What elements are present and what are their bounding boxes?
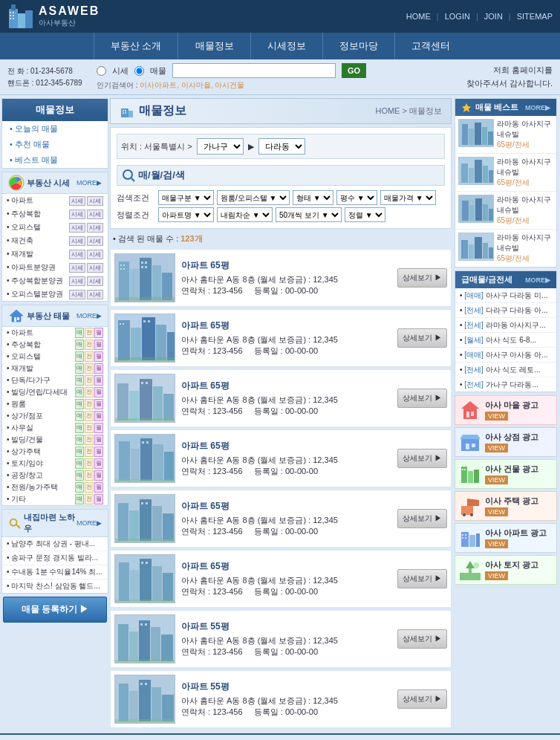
property-item-7: 아파트 55평 아사 홈타운 A동 8층 (월세 보증금) : 12,345 연… (110, 610, 452, 668)
trade-item-1[interactable]: • 아파트매전월 (2, 327, 108, 339)
trade-item-4[interactable]: • 재개발매전월 (2, 363, 108, 374)
notice-item-4[interactable]: • 마지막 찬스! 삼암동 핼드... (2, 580, 108, 593)
best-item-1[interactable]: 라마동 아사지구 내슈빌 65평/전세 (455, 116, 556, 154)
filter-select-price[interactable]: 매물가격 ▼ (380, 190, 436, 205)
nav-item-4[interactable]: 정보마당 (323, 33, 395, 59)
nav-home[interactable]: HOME (406, 12, 431, 21)
ad-box-4[interactable]: 이사 주택 광고 VIEW (455, 491, 557, 521)
filter-select-category[interactable]: 원룸/오피스텔 ▼ (217, 190, 290, 205)
price-item-4[interactable]: • 재건축 시세 시세 (2, 234, 108, 247)
ad-view-4[interactable]: VIEW (485, 507, 508, 516)
price-item-1[interactable]: • 아파트 시세 시세 (2, 194, 108, 207)
property-title-5: 아파트 65평 (181, 500, 391, 513)
filter-label-1: 검색조건 (117, 192, 155, 204)
nav-item-5[interactable]: 고객센터 (395, 33, 466, 59)
ad-view-2[interactable]: VIEW (485, 444, 508, 452)
detail-button-7[interactable]: 상세보기 ▶ (397, 629, 447, 649)
ad-view-6[interactable]: VIEW (485, 571, 508, 580)
trade-item-6[interactable]: • 빌딩/연립/다세대매전월 (2, 386, 108, 398)
news-item-2[interactable]: • [전세] 다라구 다라동 아... (455, 303, 556, 318)
trade-item-14[interactable]: • 전원/농가주택매전월 (2, 481, 108, 493)
price-item-6[interactable]: • 아파트분양권 시세 시세 (2, 261, 108, 274)
best-item-4[interactable]: 라마동 아사지구 내슈빌 65평/전세 (455, 230, 556, 267)
trade-item-8[interactable]: • 상가/점포매전월 (2, 410, 108, 422)
filter-select-size[interactable]: 평수 ▼ (336, 190, 377, 205)
news-item-4[interactable]: • [월세] 아사 식도 6-8... (455, 333, 556, 348)
ad-view-1[interactable]: VIEW (485, 412, 508, 421)
price-item-7[interactable]: • 주상복합분양권 시세 시세 (2, 274, 108, 288)
nav-join[interactable]: JOIN (484, 12, 503, 21)
sidebar-maemul-item-2[interactable]: • 추천 매물 (2, 137, 108, 152)
filter-sort-dir[interactable]: 내림차순 ▼ (217, 207, 273, 222)
trade-item-15[interactable]: • 기타매전월 (2, 493, 108, 505)
news-item-7[interactable]: • [전세] 가나구 다라동... (455, 377, 556, 392)
trade-item-2[interactable]: • 주상복합매전월 (2, 339, 108, 351)
location-dong-select[interactable]: 다라동 (258, 138, 305, 155)
ad-view-5[interactable]: VIEW (485, 539, 508, 548)
radio-maemul[interactable] (134, 66, 144, 76)
detail-button-1[interactable]: 상세보기 ▶ (397, 268, 447, 288)
price-item-2[interactable]: • 주상복합 시세 시세 (2, 207, 108, 221)
trade-item-3[interactable]: • 오피스텔매전월 (2, 351, 108, 363)
notice-item-1[interactable]: • 남양주 최대 상권 - 평내... (2, 537, 108, 551)
sidebar-maemul-item-3[interactable]: • 베스트 매물 (2, 152, 108, 168)
trade-item-5[interactable]: • 단독/다가구매전월 (2, 374, 108, 386)
trade-item-9[interactable]: • 사무실매전월 (2, 422, 108, 434)
trade-item-7[interactable]: • 원룸매전월 (2, 398, 108, 410)
news-item-6[interactable]: • [전세] 아사 식도 레토... (455, 363, 556, 377)
detail-button-4[interactable]: 상세보기 ▶ (397, 449, 447, 468)
nav-sitemap[interactable]: SITEMAP (517, 12, 553, 21)
notice-item-2[interactable]: • 송파구 문정 경지동 빌라... (2, 551, 108, 565)
myhouse-more[interactable]: MORE▶ (76, 519, 102, 527)
radio-sise[interactable] (97, 66, 106, 76)
right-best-more[interactable]: MORE▶ (525, 104, 550, 111)
sidebar-maemul-item-1[interactable]: • 오늘의 매물 (2, 121, 108, 137)
ad-box-5[interactable]: 아사 아파트 광고 VIEW (455, 523, 557, 553)
go-button[interactable]: GO (342, 63, 366, 78)
detail-button-2[interactable]: 상세보기 ▶ (397, 328, 447, 348)
popular-terms[interactable]: 이사아파트, 이사마을, 아시건물 (140, 81, 244, 89)
detail-button-5[interactable]: 상세보기 ▶ (397, 509, 447, 528)
price-item-3[interactable]: • 오피스텔 시세 시세 (2, 221, 108, 234)
detail-button-3[interactable]: 상세보기 ▶ (397, 389, 447, 408)
filter-select-form[interactable]: 형태 ▼ (293, 190, 333, 205)
nav-login[interactable]: LOGIN (445, 12, 470, 21)
trade-item-12[interactable]: • 토지/임야매전월 (2, 458, 108, 470)
news-item-3[interactable]: • [전세] 라마동 아사지구... (455, 318, 556, 333)
trade-item-11[interactable]: • 상가주택매전월 (2, 446, 108, 458)
nav-item-2[interactable]: 매물정보 (179, 33, 251, 59)
nav-item-1[interactable]: 부동산 소개 (94, 33, 179, 59)
ad-box-6[interactable]: 아사 토지 광고 VIEW (455, 555, 557, 585)
best-item-3[interactable]: 라마동 아사지구 내슈빌 65평/전세 (455, 192, 556, 230)
right-news-more[interactable]: MORE▶ (525, 276, 550, 284)
notice-item-3[interactable]: • 수내동 1분 수익율14% 최... (2, 565, 108, 580)
nav-item-3[interactable]: 시세정보 (251, 33, 323, 59)
trade-more[interactable]: MORE▶ (76, 312, 102, 319)
detail-button-6[interactable]: 상세보기 ▶ (397, 569, 447, 588)
news-item-1[interactable]: • [매매] 아사구 다라동 미... (455, 288, 556, 303)
svg-rect-121 (475, 198, 482, 221)
ad-view-3[interactable]: VIEW (485, 476, 508, 484)
ad-box-3[interactable]: 아사 건물 광고 VIEW (455, 459, 557, 489)
best-item-2[interactable]: 라마동 아사지구 내슈빌 65평/전세 (455, 154, 556, 192)
price-more[interactable]: MORE▶ (76, 179, 102, 186)
register-button[interactable]: 매물 등록하기 ▶ (3, 597, 107, 623)
location-gu-select[interactable]: 가나구 (197, 138, 244, 155)
search-input[interactable] (172, 63, 336, 78)
ad-box-2[interactable]: 아사 상점 광고 VIEW (455, 427, 557, 457)
filter-select-type[interactable]: 매물구분 ▼ (158, 190, 214, 205)
price-item-5[interactable]: • 재개발 시세 시세 (2, 247, 108, 261)
svg-rect-38 (145, 266, 147, 268)
svg-rect-90 (139, 620, 150, 661)
filter-sort-name[interactable]: 아파트명 ▼ (158, 207, 214, 222)
filter-sort-count[interactable]: 50개씩 보기 ▼ (276, 207, 342, 222)
ad-box-1[interactable]: 아사 마을 광고 VIEW (455, 395, 557, 425)
trade-item-13[interactable]: • 공장/창고매전월 (2, 470, 108, 481)
svg-rect-123 (489, 209, 493, 221)
news-item-5[interactable]: • [매매] 아사구 아사동 아... (455, 348, 556, 363)
price-item-8[interactable]: • 오피스텔분양권 시세 시세 (2, 288, 108, 301)
trade-item-10[interactable]: • 빌딩/건물매전월 (2, 434, 108, 446)
detail-button-8[interactable]: 상세보기 ▶ (397, 689, 447, 709)
filter-sort-type[interactable]: 정렬 ▼ (345, 207, 385, 222)
svg-rect-74 (163, 513, 174, 541)
